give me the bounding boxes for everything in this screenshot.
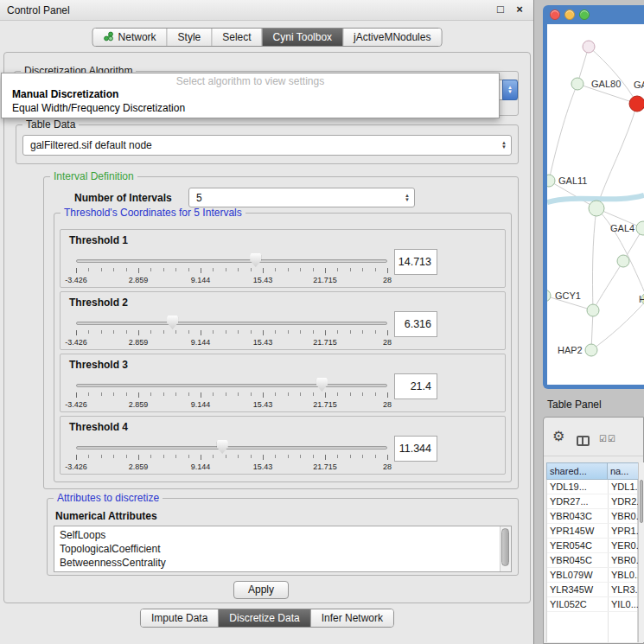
network-node[interactable] [636, 221, 644, 235]
node-label: GAL11 [558, 175, 587, 186]
window-minimize-button[interactable] [564, 10, 575, 20]
network-edge[interactable] [591, 299, 644, 350]
slider-tick [375, 330, 376, 334]
slider-thumb[interactable] [316, 378, 328, 392]
popup-option-equal-width-frequency-discretization[interactable]: Equal Width/Frequency Discretization [2, 101, 499, 115]
node-label: GCY1 [555, 290, 581, 301]
network-edge[interactable] [549, 84, 577, 181]
table-row[interactable]: YBL079WYBL0... [547, 568, 637, 583]
network-node[interactable] [547, 290, 551, 302]
columns-button[interactable] [577, 434, 590, 450]
tab-cyni-toolbox[interactable]: Cyni Toolbox [263, 29, 343, 46]
network-node[interactable] [547, 175, 555, 187]
window-zoom-button[interactable] [579, 10, 590, 20]
combo-stepper[interactable]: ▲ ▼ [502, 80, 518, 100]
control-panel-titlebar[interactable]: Control Panel □ × [0, 0, 533, 21]
slider-tick [350, 268, 351, 271]
tab-jactivemnodules[interactable]: jActiveMNodules [343, 29, 441, 46]
cell-shared-name: YBR043C [550, 509, 592, 524]
thresholds-label: Threshold's Coordinates for 5 Intervals [61, 207, 245, 219]
network-edge[interactable] [596, 208, 644, 299]
table-row[interactable]: YBR043CYBR0... [547, 509, 637, 524]
slider-track[interactable] [76, 384, 387, 387]
threshold-value-field[interactable]: 21.4 [394, 373, 437, 399]
select-columns-icon[interactable]: ☑☑ [599, 434, 616, 443]
network-edge[interactable] [596, 104, 637, 208]
slider-tick [113, 330, 114, 334]
number-of-intervals-combobox[interactable]: 5 ▲ ▼ [188, 188, 415, 207]
network-icon [104, 31, 114, 44]
tab-style[interactable]: Style [168, 29, 213, 46]
slider-tick [313, 330, 314, 334]
slider-tick [175, 392, 176, 396]
table-row[interactable]: YPR145WYPR1... [547, 524, 637, 539]
threshold-slider[interactable]: -3.4262.8599.14415.4321.71528 [76, 252, 387, 287]
slider-track[interactable] [76, 259, 387, 263]
scrollbar-thumb[interactable] [640, 480, 643, 523]
threshold-slider[interactable]: -3.4262.8599.14415.4321.71528 [76, 439, 387, 474]
cell-shared-name: YBR045C [550, 553, 592, 568]
slider-thumb[interactable] [167, 316, 178, 329]
network-edge[interactable] [593, 261, 623, 310]
threshold-slider[interactable]: -3.4262.8599.14415.4321.71528 [76, 377, 387, 411]
slider-track[interactable] [76, 446, 387, 450]
attribute-item[interactable]: SelfLoops [54, 528, 511, 542]
tab-discretize-data[interactable]: Discretize Data [219, 609, 310, 627]
network-node[interactable] [589, 201, 604, 216]
tab-select[interactable]: Select [212, 29, 262, 46]
slider-tick [126, 455, 127, 458]
apply-button[interactable]: Apply [233, 581, 289, 599]
number-of-intervals-value: 5 [196, 188, 202, 207]
window-close-button[interactable] [550, 10, 560, 20]
tab-impute-data[interactable]: Impute Data [141, 609, 219, 627]
network-edge[interactable] [592, 208, 596, 310]
network-window[interactable]: GAL80GAGAL11GAL4GCY1HHAP2 [543, 5, 644, 389]
network-node[interactable] [629, 96, 644, 112]
network-node[interactable] [587, 304, 599, 316]
slider-thumb[interactable] [250, 253, 261, 267]
popup-option-manual-discretization[interactable]: Manual Discretization [2, 87, 499, 101]
table-row[interactable]: YDR27...YDR2... [547, 494, 637, 509]
attribute-item[interactable]: TopologicalCoefficient [54, 542, 511, 556]
attributes-scrollbar[interactable] [500, 526, 511, 571]
threshold-value-field[interactable]: 14.713 [394, 249, 437, 275]
network-node[interactable] [617, 255, 629, 267]
table-row[interactable]: YDL19...YDL1... [547, 480, 637, 494]
table-data-combobox[interactable]: galFiltered.sif default node ▲ ▼ [22, 135, 512, 156]
column-header-name[interactable]: na... [608, 462, 639, 480]
network-node[interactable] [571, 78, 583, 90]
scrollbar-thumb[interactable] [501, 528, 509, 566]
threshold-value-field[interactable]: 11.344 [394, 436, 437, 462]
network-canvas[interactable]: GAL80GAGAL11GAL4GCY1HHAP2 [547, 24, 644, 385]
cell-shared-name: YBL079W [550, 568, 593, 583]
column-header-shared-name[interactable]: shared... [546, 462, 608, 480]
threshold-value-field[interactable]: 6.316 [394, 311, 437, 337]
table-row[interactable]: YBR045CYBR0... [547, 553, 637, 568]
slider-tick [238, 455, 239, 458]
slider-tick [375, 268, 376, 271]
slider-track[interactable] [76, 322, 387, 325]
network-node[interactable] [585, 344, 597, 356]
columns-icon [577, 436, 590, 446]
combo-stepper[interactable]: ▲ ▼ [501, 141, 507, 150]
float-button[interactable]: □ [494, 3, 507, 16]
close-button[interactable]: × [513, 3, 526, 16]
network-edge[interactable] [589, 47, 637, 104]
table-row[interactable]: YLR345WYLR3... [547, 583, 637, 597]
threshold-slider[interactable]: -3.4262.8599.14415.4321.71528 [76, 315, 387, 349]
tab-network[interactable]: Network [93, 29, 168, 46]
table-row[interactable]: YER054CYER0... [547, 539, 637, 553]
slider-tick [387, 330, 388, 335]
gear-button[interactable]: ⚙ [552, 430, 564, 443]
attribute-item[interactable]: BetweennessCentrality [54, 556, 511, 570]
slider-tick [213, 268, 214, 271]
table-scrollbar[interactable] [638, 462, 644, 642]
network-graph: GAL80GAGAL11GAL4GCY1HHAP2 [547, 24, 644, 385]
slider-thumb[interactable] [217, 440, 228, 454]
numerical-attributes-label: Numerical Attributes [55, 510, 157, 522]
combo-stepper[interactable]: ▲ ▼ [405, 194, 410, 202]
slider-tick [138, 268, 139, 273]
tab-infer-network[interactable]: Infer Network [311, 609, 393, 627]
network-node[interactable] [583, 41, 595, 53]
table-row[interactable]: YIL052CYIL0... [547, 597, 637, 612]
